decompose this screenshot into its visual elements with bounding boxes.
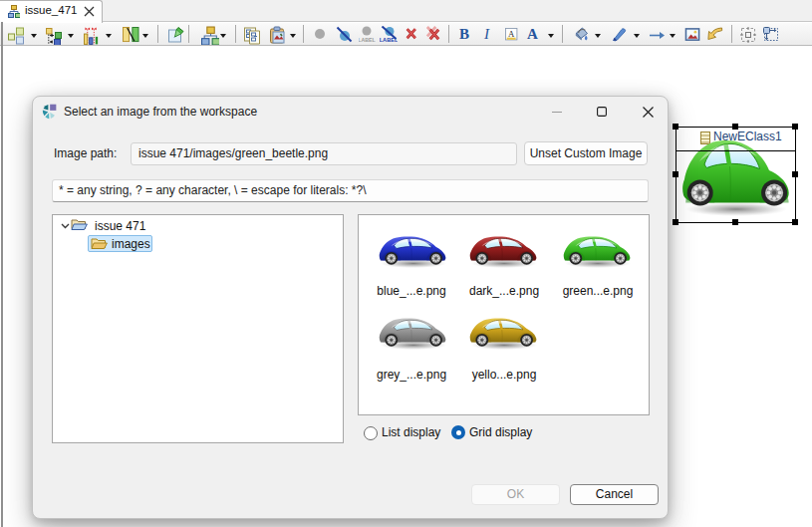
svg-text:LABEL: LABEL <box>359 37 376 43</box>
svg-text:LABEL: LABEL <box>380 37 398 43</box>
